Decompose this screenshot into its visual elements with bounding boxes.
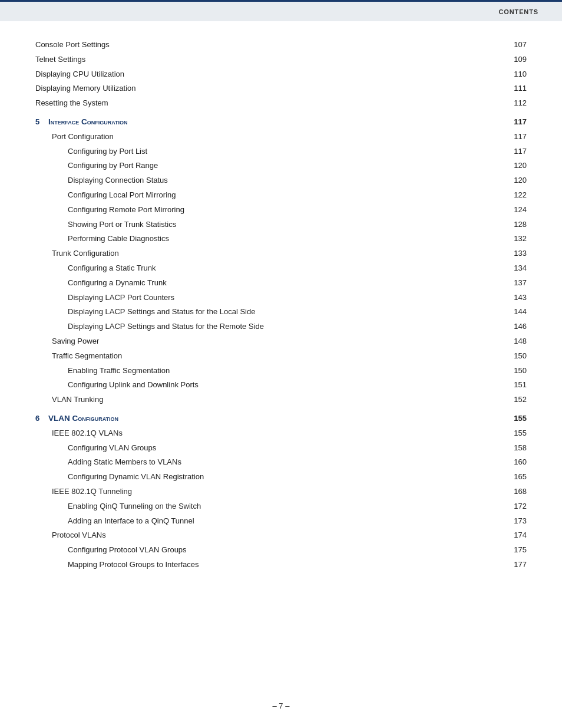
chapter-entry-text: 6VLAN Configuration — [35, 412, 503, 425]
header-bar: Contents — [0, 0, 562, 21]
entry-page-number: 137 — [503, 277, 527, 289]
toc-entry: Enabling QinQ Tunneling on the Switch172 — [35, 500, 527, 513]
entry-text: Configuring VLAN Groups — [68, 442, 503, 454]
entry-page-number: 177 — [503, 559, 527, 571]
toc-entry: 6VLAN Configuration155 — [35, 412, 527, 425]
entry-text: Adding an Interface to a QinQ Tunnel — [68, 515, 503, 528]
entry-text: Displaying Connection Status — [68, 174, 503, 187]
toc-entry: Displaying LACP Settings and Status for … — [35, 321, 527, 333]
toc-content: Console Port Settings107Telnet Settings1… — [0, 21, 562, 597]
entry-page-number: 132 — [503, 233, 527, 245]
chapter-page-number: 155 — [503, 413, 527, 425]
toc-entry: Adding an Interface to a QinQ Tunnel173 — [35, 515, 527, 528]
toc-entry: Configuring by Port Range120 — [35, 160, 527, 172]
entry-page-number: 111 — [503, 83, 527, 95]
entry-page-number: 110 — [503, 68, 527, 81]
toc-entry: Displaying CPU Utilization110 — [35, 68, 527, 81]
toc-entry: Showing Port or Trunk Statistics128 — [35, 219, 527, 231]
entry-page-number: 112 — [503, 97, 527, 110]
entry-page-number: 109 — [503, 54, 527, 66]
footer: – 7 – — [0, 701, 562, 710]
toc-entry: Configuring a Dynamic Trunk137 — [35, 277, 527, 289]
entry-page-number: 117 — [503, 131, 527, 143]
entry-page-number: 146 — [503, 321, 527, 333]
entry-text: Configuring Local Port Mirroring — [68, 189, 503, 202]
entry-text: Telnet Settings — [35, 54, 503, 66]
toc-entry: Console Port Settings107 — [35, 39, 527, 51]
entry-text: Configuring by Port List — [68, 146, 503, 158]
entry-page-number: 117 — [503, 146, 527, 158]
header-title: Contents — [498, 8, 538, 15]
entry-text: IEEE 802.1Q Tunneling — [52, 486, 503, 498]
entry-text: Configuring Uplink and Downlink Ports — [68, 379, 503, 391]
toc-entry: Telnet Settings109 — [35, 54, 527, 66]
toc-entry: Traffic Segmentation150 — [35, 350, 527, 363]
entry-text: Displaying LACP Settings and Status for … — [68, 321, 503, 333]
entry-page-number: 128 — [503, 219, 527, 231]
entry-text: Configuring by Port Range — [68, 160, 503, 172]
toc-entry: Port Configuration117 — [35, 131, 527, 143]
toc-entry: Configuring VLAN Groups158 — [35, 442, 527, 454]
entry-page-number: 120 — [503, 174, 527, 187]
entry-page-number: 120 — [503, 160, 527, 172]
entry-text: Displaying CPU Utilization — [35, 68, 503, 81]
entry-text: Displaying LACP Settings and Status for … — [68, 306, 503, 318]
entry-text: Console Port Settings — [35, 39, 503, 51]
entry-page-number: 107 — [503, 39, 527, 51]
entry-text: Configuring Remote Port Mirroring — [68, 204, 503, 216]
entry-text: Saving Power — [52, 335, 503, 348]
chapter-number: 5 — [35, 116, 46, 129]
entry-text: Enabling QinQ Tunneling on the Switch — [68, 500, 503, 513]
chapter-label: Interface Configuration — [48, 117, 128, 126]
toc-entry: VLAN Trunking152 — [35, 394, 527, 406]
chapter-page-number: 117 — [503, 116, 527, 129]
entry-page-number: 168 — [503, 486, 527, 498]
entry-page-number: 174 — [503, 529, 527, 542]
entry-page-number: 158 — [503, 442, 527, 454]
toc-entry: Configuring a Static Trunk134 — [35, 262, 527, 275]
entry-text: Displaying LACP Port Counters — [68, 292, 503, 304]
toc-entry: Configuring by Port List117 — [35, 146, 527, 158]
entry-page-number: 144 — [503, 306, 527, 318]
entry-page-number: 148 — [503, 335, 527, 348]
entry-page-number: 150 — [503, 365, 527, 377]
chapter-label: VLAN Configuration — [48, 414, 118, 423]
entry-text: Performing Cable Diagnostics — [68, 233, 503, 245]
entry-text: Traffic Segmentation — [52, 350, 503, 363]
toc-entry: Trunk Configuration133 — [35, 248, 527, 260]
toc-entry: IEEE 802.1Q VLANs155 — [35, 427, 527, 440]
entry-text: Configuring a Static Trunk — [68, 262, 503, 275]
entry-text: IEEE 802.1Q VLANs — [52, 427, 503, 440]
entry-text: Configuring Dynamic VLAN Registration — [68, 471, 503, 483]
toc-entry: Configuring Remote Port Mirroring124 — [35, 204, 527, 216]
entry-page-number: 173 — [503, 515, 527, 528]
entry-page-number: 155 — [503, 427, 527, 440]
entry-page-number: 160 — [503, 456, 527, 469]
entry-text: Trunk Configuration — [52, 248, 503, 260]
entry-text: Configuring Protocol VLAN Groups — [68, 544, 503, 556]
toc-entry: Displaying Memory Utilization111 — [35, 83, 527, 95]
entry-text: Port Configuration — [52, 131, 503, 143]
toc-entry: Displaying LACP Port Counters143 — [35, 292, 527, 304]
toc-entry: Performing Cable Diagnostics132 — [35, 233, 527, 245]
toc-entry: Configuring Uplink and Downlink Ports151 — [35, 379, 527, 391]
entry-text: Displaying Memory Utilization — [35, 83, 503, 95]
entry-text: Mapping Protocol Groups to Interfaces — [68, 559, 503, 571]
entry-page-number: 175 — [503, 544, 527, 556]
entry-page-number: 133 — [503, 248, 527, 260]
toc-entry: Protocol VLANs174 — [35, 529, 527, 542]
entry-text: Showing Port or Trunk Statistics — [68, 219, 503, 231]
toc-entry: Configuring Local Port Mirroring122 — [35, 189, 527, 202]
toc-entry: Saving Power148 — [35, 335, 527, 348]
entry-page-number: 172 — [503, 500, 527, 513]
entry-page-number: 143 — [503, 292, 527, 304]
entry-text: Adding Static Members to VLANs — [68, 456, 503, 469]
toc-entry: IEEE 802.1Q Tunneling168 — [35, 486, 527, 498]
entry-page-number: 124 — [503, 204, 527, 216]
toc-entry: Enabling Traffic Segmentation150 — [35, 365, 527, 377]
entry-text: Configuring a Dynamic Trunk — [68, 277, 503, 289]
entry-text: Enabling Traffic Segmentation — [68, 365, 503, 377]
toc-entry: Adding Static Members to VLANs160 — [35, 456, 527, 469]
toc-entry: Mapping Protocol Groups to Interfaces177 — [35, 559, 527, 571]
toc-entry: Configuring Protocol VLAN Groups175 — [35, 544, 527, 556]
